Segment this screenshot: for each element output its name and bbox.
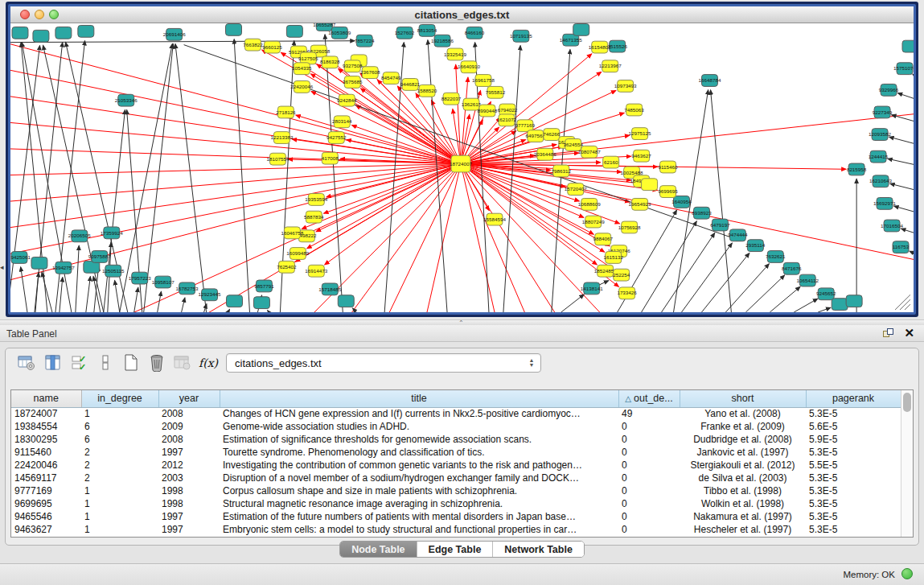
graph-node[interactable]: 14138141 bbox=[581, 282, 604, 295]
graph-node[interactable]: 16154808 bbox=[589, 41, 612, 53]
graph-node[interactable]: 7663822 bbox=[243, 39, 263, 51]
graph-node[interactable]: 5887834 bbox=[304, 211, 324, 223]
select-rows-button[interactable]: ✓✓ bbox=[69, 352, 90, 373]
graph-node[interactable]: 10756928 bbox=[618, 221, 642, 233]
collapse-left-icon[interactable]: ◂ bbox=[0, 264, 4, 271]
graph-node[interactable]: 15692971 bbox=[873, 197, 897, 209]
graph-node[interactable] bbox=[338, 295, 354, 307]
graph-node[interactable]: 2935114 bbox=[745, 240, 766, 252]
graph-node[interactable] bbox=[31, 257, 47, 269]
graph-node[interactable]: 19218586 bbox=[431, 35, 454, 47]
graph-node[interactable]: 1733426 bbox=[617, 287, 637, 299]
show-columns-button[interactable] bbox=[43, 352, 64, 373]
network-table-selector[interactable]: citations_edges.txt ▲▼ bbox=[226, 353, 541, 373]
graph-node[interactable]: 8990448 bbox=[478, 105, 498, 117]
graph-node[interactable] bbox=[55, 27, 72, 39]
graph-node[interactable]: 18724007 bbox=[450, 155, 473, 172]
graph-node[interactable]: 21053346 bbox=[115, 94, 138, 106]
graph-node[interactable] bbox=[78, 25, 94, 37]
graph-node[interactable] bbox=[286, 25, 302, 37]
graph-node[interactable]: 16046758 bbox=[281, 227, 304, 239]
graph-node[interactable]: 17016504 bbox=[881, 220, 904, 232]
table-mode-button[interactable] bbox=[16, 352, 37, 373]
graph-node[interactable]: 10719135 bbox=[510, 30, 533, 42]
graph-node[interactable] bbox=[846, 295, 862, 307]
graph-node[interactable]: 116753 bbox=[893, 241, 910, 253]
graph-node[interactable]: 7485063 bbox=[624, 104, 644, 116]
graph-node[interactable]: 8466160 bbox=[465, 27, 485, 39]
graph-node[interactable]: 10958107 bbox=[152, 276, 175, 288]
table-row[interactable]: 911546021997Tourette syndrome. Phenomeno… bbox=[11, 446, 901, 459]
graph-node[interactable]: 9699695 bbox=[658, 186, 678, 198]
column-header-short[interactable]: short bbox=[680, 390, 806, 407]
graph-node[interactable]: 6479197 bbox=[710, 219, 730, 231]
graph-node[interactable]: 16210643 bbox=[869, 175, 893, 187]
graph-node[interactable]: 16053809 bbox=[328, 27, 351, 39]
scrollbar-thumb[interactable] bbox=[903, 393, 911, 412]
graph-node[interactable]: 7625402 bbox=[277, 261, 297, 273]
graph-node[interactable]: 10807487 bbox=[578, 146, 602, 158]
table-row[interactable]: 946362711997Embryonic stem cells: a mode… bbox=[11, 523, 901, 536]
import-table-button[interactable] bbox=[172, 352, 193, 373]
graph-node[interactable]: 13942757 bbox=[52, 262, 76, 274]
graph-node[interactable]: 7986312 bbox=[552, 165, 572, 177]
table-row[interactable]: 1456911722003Disruption of a novel membe… bbox=[11, 472, 901, 484]
graph-node[interactable]: 17359924 bbox=[101, 227, 124, 239]
left-splitter-strip[interactable]: ◂ bbox=[0, 0, 6, 319]
graph-node[interactable]: 2367608 bbox=[360, 67, 380, 79]
column-header-in_degree[interactable]: in_degree bbox=[81, 390, 158, 407]
column-header-out_de[interactable]: △out_de... bbox=[618, 390, 680, 407]
graph-node[interactable] bbox=[902, 40, 914, 52]
table-row[interactable]: 2242004622012Investigating the contribut… bbox=[11, 459, 901, 472]
graph-node[interactable]: 62160 bbox=[603, 156, 619, 168]
graph-node[interactable]: 20691406 bbox=[163, 28, 187, 40]
graph-node[interactable]: 8186328 bbox=[320, 56, 340, 68]
graph-node[interactable]: 12505115 bbox=[102, 265, 125, 277]
graph-node[interactable] bbox=[33, 30, 49, 42]
graph-node[interactable]: 18807249 bbox=[582, 216, 606, 228]
table-row[interactable]: 1830029562008Estimation of significance … bbox=[11, 433, 901, 446]
graph-node[interactable]: 1621072 bbox=[497, 114, 517, 126]
table-row[interactable]: 969969511998Structural magnetic resonanc… bbox=[11, 497, 901, 510]
table-row[interactable]: 1872400712008Changes of HCN gene express… bbox=[11, 407, 901, 420]
graph-node[interactable]: 9242844 bbox=[337, 94, 357, 106]
graph-node[interactable]: 16914473 bbox=[305, 265, 328, 277]
function-builder-button[interactable]: f(x) bbox=[198, 352, 219, 373]
graph-node[interactable]: 1615132 bbox=[603, 252, 623, 264]
graph-node[interactable]: 16961758 bbox=[472, 75, 495, 87]
table-row[interactable]: 977716911998Corpus callosum shape and si… bbox=[11, 484, 901, 497]
graph-node[interactable]: 9227349 bbox=[873, 106, 893, 118]
graph-node[interactable]: 19425061 bbox=[10, 252, 31, 264]
graph-node[interactable]: 9884067 bbox=[593, 233, 613, 245]
graph-node[interactable]: 12213383 bbox=[270, 132, 294, 144]
close-panel-icon[interactable]: ✕ bbox=[904, 327, 914, 340]
graph-node[interactable]: 18107554 bbox=[266, 153, 290, 165]
graph-node[interactable]: 9115460 bbox=[659, 161, 679, 173]
graph-node[interactable]: 9474444 bbox=[728, 229, 748, 241]
graph-node[interactable]: 12923445 bbox=[199, 289, 222, 301]
graph-node[interactable]: 90975887 bbox=[88, 251, 112, 263]
graph-node[interactable]: 3675685 bbox=[343, 76, 363, 89]
network-canvas[interactable]: 2069140610655287160538097857224152760288… bbox=[10, 23, 914, 312]
graph-node[interactable]: 9329966 bbox=[879, 84, 899, 96]
graph-node[interactable]: 20364486 bbox=[534, 148, 557, 160]
graph-node[interactable]: 8938923 bbox=[692, 207, 712, 219]
graph-node[interactable] bbox=[227, 295, 243, 307]
graph-node[interactable]: 7857224 bbox=[355, 35, 375, 47]
graph-node[interactable]: 2803144 bbox=[332, 116, 352, 128]
graph-node[interactable] bbox=[12, 27, 28, 39]
graph-node[interactable]: 8471676 bbox=[782, 262, 802, 274]
graph-node[interactable] bbox=[832, 299, 848, 311]
graph-node[interactable]: 10973493 bbox=[614, 80, 638, 93]
column-header-year[interactable]: year bbox=[158, 390, 220, 407]
delete-column-button[interactable] bbox=[146, 352, 167, 373]
graph-node[interactable]: 1588520 bbox=[417, 84, 437, 97]
graph-node[interactable]: 1640954 bbox=[671, 196, 692, 208]
graph-node[interactable]: 12213967 bbox=[599, 60, 622, 72]
graph-node[interactable]: 1054335 bbox=[292, 63, 312, 75]
table-row[interactable]: 946554611997Estimation of the future num… bbox=[11, 510, 901, 523]
table-row[interactable]: 1938455462009Genome-wide association stu… bbox=[11, 420, 901, 433]
graph-node[interactable]: 7632621 bbox=[766, 251, 786, 263]
graph-node[interactable]: 10654112 bbox=[796, 274, 819, 286]
graph-node[interactable] bbox=[573, 23, 589, 35]
